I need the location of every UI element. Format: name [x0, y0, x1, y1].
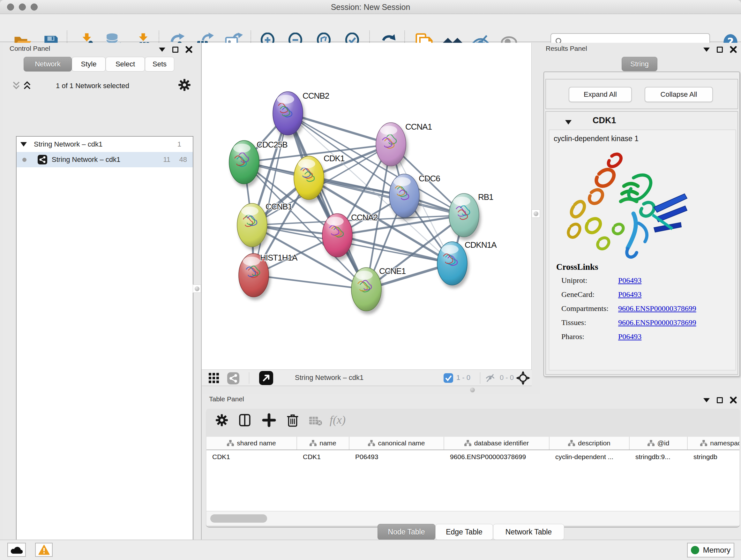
crosslink-row: GeneCard:P06493: [561, 290, 734, 299]
float-panel-icon[interactable]: [703, 398, 710, 402]
column-header-label: @id: [657, 439, 670, 447]
crosslinks-list: Uniprot:P06493GeneCard:P06493Compartment…: [561, 276, 734, 347]
crosslink-link[interactable]: 9606.ENSP00000378699: [618, 318, 696, 327]
network-node-CDK1[interactable]: [294, 156, 324, 199]
network-selection-status: 1 of 1 Network selected: [38, 82, 147, 90]
crosslink-label: Compartments:: [561, 304, 618, 313]
table-hscrollbar-thumb[interactable]: [210, 514, 267, 523]
network-node-CCNA1[interactable]: [376, 123, 406, 166]
expand-all-button[interactable]: Expand All: [569, 87, 632, 102]
network-view: CCNB2CCNA1CDC25BCDK1CDC6RB1CCNB1CCNA2CDK…: [202, 43, 532, 369]
table-settings-gear-icon[interactable]: [215, 413, 229, 427]
table-row[interactable]: CDK1CDK1P064939606.ENSP00000378699cyclin…: [206, 450, 739, 463]
horizontal-splitter-grip[interactable]: [470, 388, 475, 392]
toolbar: ?: [0, 14, 741, 42]
network-node-CDC6[interactable]: [389, 174, 419, 217]
protein-description: cyclin-dependent kinase 1: [554, 134, 638, 143]
tab-string[interactable]: String: [622, 57, 657, 71]
close-panel-icon[interactable]: [730, 396, 737, 403]
collection-expand-icon[interactable]: [20, 142, 27, 146]
results-panel-title: Results Panel: [546, 45, 587, 52]
network-node-CCNB2[interactable]: [273, 91, 303, 135]
column-header-description[interactable]: description: [549, 437, 630, 449]
tab-sets[interactable]: Sets: [145, 57, 174, 71]
table-hscrollbar-track[interactable]: [206, 511, 739, 525]
tab-style[interactable]: Style: [72, 57, 106, 71]
network-row[interactable]: String Network – cdk1 11 48: [17, 152, 193, 167]
network-list: String Network – cdk1 1 String Network –…: [16, 136, 193, 560]
memory-button[interactable]: Memory: [687, 543, 734, 557]
control-panel: Control Panel Network Style Select Sets …: [3, 43, 202, 540]
column-header-database-identifier[interactable]: database identifier: [444, 437, 549, 449]
close-panel-icon[interactable]: [185, 46, 192, 53]
node-label-CDKN1A: CDKN1A: [465, 240, 497, 250]
expand-all-networks-icon[interactable]: [23, 81, 31, 90]
show-columns-icon[interactable]: [238, 413, 252, 427]
warning-status-button[interactable]: [35, 543, 53, 557]
crosslink-link[interactable]: P06493: [618, 290, 642, 299]
float-panel-icon[interactable]: [703, 48, 710, 52]
float-panel-icon[interactable]: [159, 48, 165, 52]
network-node-CDC25B[interactable]: [229, 140, 259, 184]
close-panel-icon[interactable]: [730, 46, 737, 53]
crosslink-link[interactable]: P06493: [618, 276, 642, 285]
crosslink-link[interactable]: P06493: [618, 332, 642, 341]
column-header-canonical-name[interactable]: canonical name: [349, 437, 444, 449]
network-edge[interactable]: [288, 113, 366, 289]
protein-detail-box: cyclin-dependent kinase 1: [549, 130, 736, 370]
delete-column-trash-icon[interactable]: [286, 413, 300, 427]
tab-edge-table[interactable]: Edge Table: [435, 524, 493, 540]
left-splitter-grip[interactable]: [193, 285, 201, 293]
maximize-panel-icon[interactable]: [172, 47, 179, 53]
share-view-icon[interactable]: [227, 372, 239, 384]
network-options-gear-icon[interactable]: [178, 78, 192, 92]
network-edge[interactable]: [288, 113, 391, 144]
control-panel-title: Control Panel: [10, 45, 50, 52]
node-label-CCNE1: CCNE1: [379, 266, 406, 276]
maximize-panel-icon[interactable]: [717, 397, 723, 403]
table-cell: stringdb: [688, 450, 739, 463]
network-collection-row[interactable]: String Network – cdk1 1: [17, 137, 193, 152]
crosslink-label: Uniprot:: [561, 276, 618, 285]
network-edge[interactable]: [254, 113, 288, 275]
network-node-CCNA2[interactable]: [322, 213, 352, 257]
network-node-CCNB1[interactable]: [237, 203, 267, 247]
tab-network-table[interactable]: Network Table: [493, 524, 564, 540]
network-edge[interactable]: [254, 275, 366, 289]
column-header-name[interactable]: name: [297, 437, 349, 449]
right-splitter-grip[interactable]: [532, 209, 540, 218]
collapse-all-networks-icon[interactable]: [12, 81, 20, 90]
crosslink-link[interactable]: 9606.ENSP00000378699: [618, 304, 696, 313]
add-column-icon[interactable]: [262, 413, 276, 427]
shared-column-icon: [700, 440, 707, 447]
netbar-separator: [249, 372, 249, 384]
network-node-CDKN1A[interactable]: [437, 242, 467, 285]
birds-eye-view-icon[interactable]: [516, 371, 530, 385]
grid-view-icon[interactable]: [209, 373, 219, 383]
tab-select[interactable]: Select: [106, 57, 145, 71]
network-canvas[interactable]: CCNB2CCNA1CDC25BCDK1CDC6RB1CCNB1CCNA2CDK…: [202, 43, 532, 369]
cloud-status-button[interactable]: [7, 543, 26, 557]
network-node-CCNE1[interactable]: [351, 267, 381, 311]
column-header-@id[interactable]: @id: [630, 437, 688, 449]
shared-column-icon: [568, 440, 575, 447]
cloud-icon: [10, 545, 23, 554]
results-panel-window-buttons: [703, 46, 737, 53]
network-node-RB1[interactable]: [449, 193, 479, 237]
shared-column-icon: [227, 440, 234, 447]
column-header-shared-name[interactable]: shared name: [206, 437, 297, 449]
tab-node-table[interactable]: Node Table: [378, 524, 435, 540]
selected-checkbox-icon[interactable]: [444, 373, 453, 383]
collapse-all-button[interactable]: Collapse All: [645, 87, 713, 102]
hidden-eye-icon[interactable]: [485, 373, 495, 383]
protein-card: CDK1 cyclin-dependent kinase 1: [545, 111, 738, 375]
open-in-window-icon[interactable]: [259, 371, 273, 385]
maximize-panel-icon[interactable]: [717, 47, 723, 53]
column-header-namespace[interactable]: namespace: [688, 437, 739, 449]
control-panel-window-buttons: [159, 46, 192, 53]
network-name: String Network – cdk1: [52, 155, 120, 164]
tab-network[interactable]: Network: [23, 57, 72, 71]
table-body: CDK1CDK1P064939606.ENSP00000378699cyclin…: [206, 450, 739, 463]
shared-column-icon: [648, 440, 655, 447]
protein-card-collapse-icon[interactable]: [565, 120, 571, 125]
